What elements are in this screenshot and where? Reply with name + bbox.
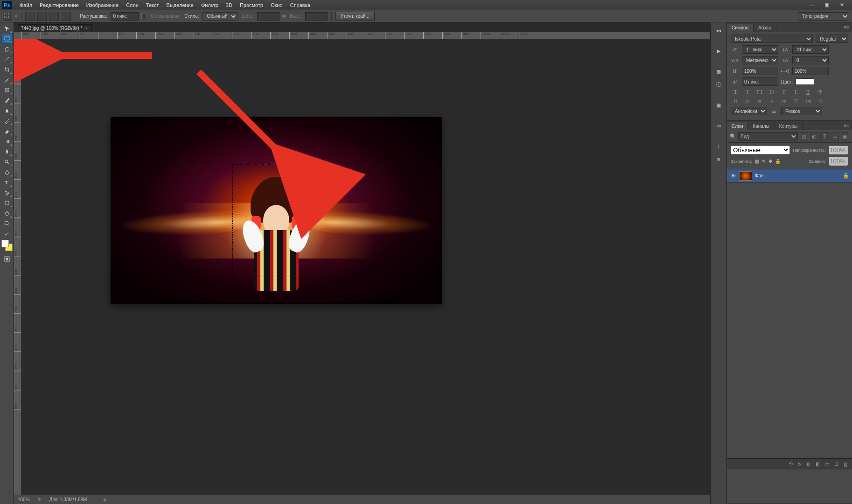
link-layers-icon[interactable]: ⟲ bbox=[789, 461, 793, 467]
kerning-select[interactable]: Метрический bbox=[742, 56, 778, 64]
titling-button[interactable]: A bbox=[767, 98, 776, 105]
layers-tab[interactable]: Слои bbox=[727, 122, 748, 130]
filter-type-icon[interactable]: T bbox=[820, 132, 829, 140]
menu-window[interactable]: Окно bbox=[267, 1, 286, 9]
language-select[interactable]: Английский... bbox=[731, 107, 767, 115]
swap-colors-icon[interactable] bbox=[1, 231, 13, 237]
layer-fx-icon[interactable]: fx bbox=[797, 462, 802, 467]
pen-tool[interactable] bbox=[1, 167, 13, 177]
oldstyle-button[interactable]: 1st bbox=[803, 98, 813, 105]
paragraph-tab[interactable]: Абзац bbox=[754, 24, 776, 32]
window-minimize-button[interactable]: — bbox=[805, 1, 818, 9]
canvas-viewport[interactable] bbox=[21, 39, 710, 504]
filter-pixel-icon[interactable]: ▧ bbox=[800, 132, 808, 140]
swatches-panel-icon[interactable]: ▦ bbox=[712, 65, 725, 77]
clone-stamp-tool[interactable] bbox=[1, 105, 13, 116]
zoom-value[interactable]: 100% bbox=[18, 497, 30, 502]
history-brush-tool[interactable] bbox=[1, 116, 13, 126]
document-tab[interactable]: 7443.jpg @ 100% (RGB/8#) * × bbox=[17, 24, 92, 32]
blend-mode-select[interactable]: Обычные bbox=[731, 146, 790, 154]
stylistic-button[interactable]: st bbox=[755, 98, 764, 105]
document-tab-close[interactable]: × bbox=[85, 26, 88, 31]
tool-preset-picker[interactable] bbox=[3, 12, 12, 21]
workspace-select[interactable]: Типография bbox=[798, 12, 849, 21]
layer-visibility-icon[interactable]: 👁 bbox=[730, 173, 736, 179]
faux-bold-button[interactable]: T bbox=[731, 88, 740, 96]
gradient-tool[interactable] bbox=[1, 136, 13, 147]
ordinals-button[interactable]: aa bbox=[779, 98, 789, 105]
menu-layers[interactable]: Слои bbox=[122, 1, 142, 9]
filter-adjust-icon[interactable]: ◐ bbox=[810, 132, 818, 140]
menu-image[interactable]: Изображение bbox=[83, 1, 122, 9]
selection-subtract-button[interactable] bbox=[49, 12, 59, 21]
superscript-button[interactable]: T bbox=[779, 88, 789, 96]
channels-tab[interactable]: Каналы bbox=[748, 122, 775, 130]
swash-button[interactable]: T bbox=[791, 98, 801, 105]
color-swatches[interactable] bbox=[1, 240, 13, 251]
antialias-select[interactable]: Резкое bbox=[781, 107, 822, 115]
healing-brush-tool[interactable] bbox=[1, 85, 13, 95]
paths-tab[interactable]: Контуры bbox=[775, 122, 803, 130]
tracking-select[interactable]: 0 bbox=[792, 56, 829, 64]
window-maximize-button[interactable]: ▣ bbox=[820, 1, 833, 9]
character-tab[interactable]: Символ bbox=[727, 24, 754, 32]
quickmask-button[interactable] bbox=[1, 254, 13, 264]
shape-tool[interactable] bbox=[1, 198, 13, 208]
selection-add-button[interactable] bbox=[37, 12, 47, 21]
antialias-checkbox[interactable] bbox=[141, 14, 147, 19]
menu-3d[interactable]: 3D bbox=[222, 1, 236, 9]
delete-layer-icon[interactable]: 🗑 bbox=[843, 462, 848, 467]
info-panel-icon[interactable]: ⓘ bbox=[712, 78, 725, 91]
panel-collapse-icon[interactable]: ◂◂ bbox=[712, 24, 725, 36]
filter-smart-icon[interactable]: ▣ bbox=[841, 132, 849, 140]
window-close-button[interactable]: ✕ bbox=[835, 1, 848, 9]
selection-new-button[interactable] bbox=[25, 12, 35, 21]
lasso-tool[interactable] bbox=[1, 44, 13, 54]
zoom-tool[interactable] bbox=[1, 218, 13, 229]
foreground-color[interactable] bbox=[1, 240, 9, 247]
menu-view[interactable]: Просмотр bbox=[236, 1, 267, 9]
ruler-horizontal[interactable]: 2001501005005010015020025030035040045050… bbox=[14, 32, 710, 39]
font-family-select[interactable]: Iskoola Pota bbox=[731, 35, 813, 43]
feather-input[interactable] bbox=[111, 12, 139, 21]
crop-tool[interactable] bbox=[1, 64, 13, 75]
menu-filter[interactable]: Фильтр bbox=[197, 1, 222, 9]
new-layer-icon[interactable]: ⊡ bbox=[834, 461, 838, 467]
layers-menu-icon[interactable]: ▾≡ bbox=[841, 121, 852, 130]
menu-edit[interactable]: Редактирование bbox=[36, 1, 83, 9]
selection-intersect-button[interactable] bbox=[62, 12, 71, 21]
ruler-vertical[interactable]: 5010015020025030035040045050055060065070… bbox=[14, 39, 21, 504]
fractions-button[interactable]: ½ bbox=[816, 98, 825, 105]
ligatures-button[interactable]: fi bbox=[731, 98, 740, 105]
panel-menu-icon[interactable]: ▾≡ bbox=[841, 23, 852, 32]
magic-wand-tool[interactable] bbox=[1, 54, 13, 64]
font-style-select[interactable]: Regular bbox=[816, 35, 848, 43]
marquee-tool[interactable] bbox=[1, 34, 13, 44]
layer-name[interactable]: Фон bbox=[755, 173, 764, 178]
type-tool[interactable]: T bbox=[1, 177, 13, 188]
adjustments-panel-icon[interactable]: ↕ bbox=[712, 140, 725, 152]
navigator-panel-icon[interactable]: ▭ bbox=[712, 119, 725, 132]
layer-lock-icon[interactable]: 🔒 bbox=[843, 173, 849, 179]
layer-row[interactable]: 👁 Фон 🔒 bbox=[727, 169, 852, 182]
brush-tool[interactable] bbox=[1, 95, 13, 105]
lock-move-icon[interactable]: ✥ bbox=[768, 159, 772, 164]
refine-edge-button[interactable]: Уточн. край... bbox=[335, 12, 375, 21]
text-color-swatch[interactable] bbox=[796, 78, 814, 85]
faux-italic-button[interactable]: T bbox=[743, 88, 752, 96]
marquee-selection[interactable] bbox=[232, 164, 318, 275]
underline-button[interactable]: T bbox=[803, 88, 813, 96]
layer-list[interactable]: 👁 Фон 🔒 bbox=[727, 169, 852, 458]
baseline-input[interactable] bbox=[742, 77, 778, 86]
alternates-button[interactable]: σ bbox=[743, 98, 752, 105]
menu-file[interactable]: Файл bbox=[16, 1, 36, 9]
allcaps-button[interactable]: TT bbox=[755, 88, 764, 96]
status-play-icon[interactable]: ▶ bbox=[104, 497, 107, 502]
font-size-select[interactable]: 11 пикс. bbox=[742, 45, 778, 54]
hand-tool[interactable] bbox=[1, 208, 13, 218]
dodge-tool[interactable] bbox=[1, 157, 13, 167]
styles-panel-icon[interactable]: ≡ bbox=[712, 153, 725, 165]
lock-pixels-icon[interactable]: ▧ bbox=[755, 159, 759, 164]
move-tool[interactable] bbox=[1, 23, 13, 34]
chevron-icon[interactable]: ⮞ bbox=[37, 497, 42, 502]
